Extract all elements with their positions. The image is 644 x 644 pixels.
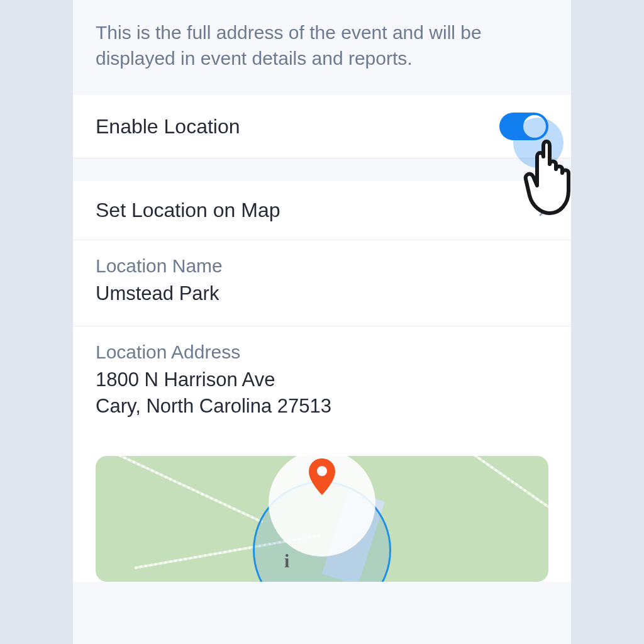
location-settings-panel: This is the full address of the event an… <box>73 0 571 644</box>
map-info-icon[interactable]: i <box>284 550 289 572</box>
location-address-value: 1800 N Harrison Ave Cary, North Carolina… <box>96 367 548 419</box>
enable-location-row[interactable]: Enable Location <box>73 95 571 158</box>
map-container: i <box>73 438 571 582</box>
map-pin-icon <box>306 457 338 497</box>
location-name-label: Location Name <box>96 255 548 277</box>
location-name-block[interactable]: Location Name Umstead Park <box>73 240 571 326</box>
section-description: This is the full address of the event an… <box>73 0 571 95</box>
enable-location-label: Enable Location <box>96 115 240 138</box>
set-location-on-map-label: Set Location on Map <box>96 199 280 222</box>
map-road-icon <box>436 456 548 524</box>
section-gap <box>73 158 571 181</box>
map-road-icon <box>96 456 264 523</box>
chevron-right-icon <box>538 200 548 221</box>
enable-location-toggle[interactable] <box>499 113 548 140</box>
set-location-on-map-row[interactable]: Set Location on Map <box>73 181 571 240</box>
location-name-value: Umstead Park <box>96 280 548 307</box>
location-address-label: Location Address <box>96 341 548 363</box>
toggle-thumb <box>523 115 546 138</box>
location-address-block[interactable]: Location Address 1800 N Harrison Ave Car… <box>73 326 571 438</box>
location-map[interactable]: i <box>96 456 548 582</box>
svg-point-0 <box>317 466 327 476</box>
